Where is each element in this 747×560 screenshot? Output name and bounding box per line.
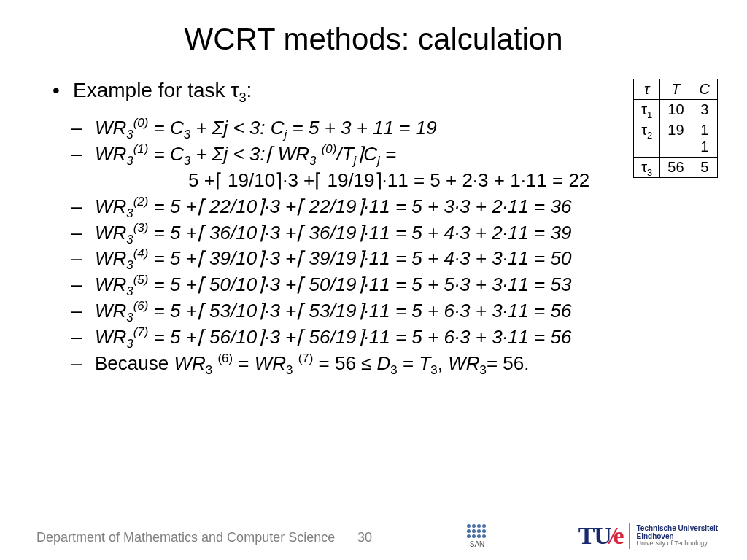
divider-icon (629, 523, 630, 549)
tue-university-text: Technische Universiteit Eindhoven Univer… (636, 524, 718, 548)
iteration-line-6: WR3(6) = 5 +⌈ 53/10⌉·3 +⌈ 53/19⌉·11 = 5 … (95, 298, 711, 324)
content-area: Example for task τ3: WR3(0) = C3 + Σj < … (36, 79, 711, 377)
tue-logo: TU/e Technische Universiteit Eindhoven U… (578, 522, 718, 550)
iteration-line-5: WR3(5) = 5 +⌈ 50/10⌉·3 +⌈ 50/19⌉·11 = 5 … (95, 272, 711, 298)
iteration-line-4: WR3(4) = 5 +⌈ 39/10⌉·3 +⌈ 39/19⌉·11 = 5 … (95, 246, 711, 272)
conclusion-line: Because WR3 (6) = WR3 (7) = 56 ≤ D3 = T3… (95, 351, 711, 377)
iteration-line-3: WR3(3) = 5 +⌈ 36/10⌉·3 +⌈ 36/19⌉·11 = 5 … (95, 220, 711, 246)
footer: Department of Mathematics and Computer S… (0, 516, 747, 545)
iteration-line-7: WR3(7) = 5 +⌈ 56/10⌉·3 +⌈ 56/19⌉·11 = 5 … (95, 324, 711, 351)
iteration-line-2: WR3(2) = 5 +⌈ 22/10⌉·3 +⌈ 22/19⌉·11 = 5 … (95, 194, 711, 220)
example-bullet: Example for task τ3: (73, 79, 711, 102)
iteration-line-0: WR3(0) = C3 + Σj < 3: Cj = 5 + 3 + 11 = … (95, 115, 711, 141)
san-logo: SAN (467, 524, 487, 548)
tue-mark: TU/e (578, 522, 624, 550)
department-label: Department of Mathematics and Computer S… (36, 530, 335, 545)
dots-icon (467, 524, 487, 539)
slide-title: WCRT methods: calculation (36, 22, 711, 57)
page-number: 30 (357, 530, 372, 545)
iteration-line-1: WR3(1) = C3 + Σj < 3:⌈ WR3 (0)/Tj⌉Cj = 5… (95, 141, 711, 194)
slide: WCRT methods: calculation τ T C τ1 10 3 … (0, 0, 747, 560)
